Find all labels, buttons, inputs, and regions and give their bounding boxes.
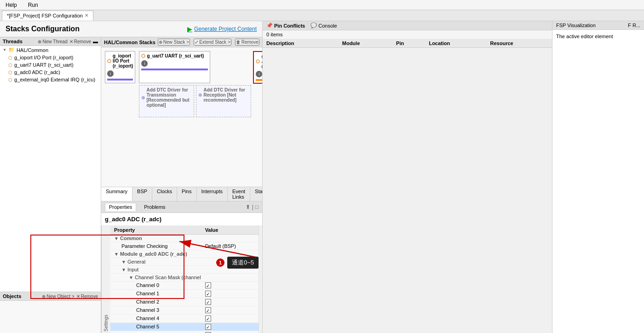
card-ioport-title: ⬡ g_ioport I/O Port(r_ioport) bbox=[107, 53, 133, 69]
generate-project-content-btn[interactable]: ▶ Generate Project Content bbox=[187, 25, 257, 33]
remove-object-btn[interactable]: ✕ Remove bbox=[76, 294, 98, 299]
objects-panel: Objects ⊕ New Object > ✕ Remove bbox=[0, 292, 101, 333]
tree-collapse-icon: ▼ bbox=[3, 48, 6, 52]
settings-row-6[interactable]: Channel 0 ✓ bbox=[110, 281, 259, 289]
collapse-threads-icon[interactable]: ▬ bbox=[93, 39, 98, 44]
tab-pins[interactable]: Pins bbox=[177, 187, 196, 201]
scrollbar[interactable] bbox=[259, 226, 262, 333]
remove-thread-btn[interactable]: ✕ Remove bbox=[69, 39, 91, 44]
objects-content bbox=[0, 301, 101, 333]
component-title: g_adc0 ADC (r_adc) bbox=[101, 213, 262, 226]
card-uart7[interactable]: ⬡ g_uart7 UART (r_sci_uart) i bbox=[139, 51, 210, 83]
menu-help[interactable]: Help bbox=[4, 1, 19, 9]
card-dtc-rx-icon: ⊕ bbox=[198, 92, 202, 98]
tab-bar: *[FSP_Project] FSP Configuration ✕ bbox=[0, 10, 644, 21]
settings-row-12[interactable]: Channel 6 bbox=[110, 331, 259, 333]
card-dtc-tx-title: ⊕ Add DTC Driver for Transmission [Recom… bbox=[141, 87, 192, 108]
hal-folder-icon: 📁 bbox=[8, 47, 15, 53]
props-actions: ⬆ | □ bbox=[246, 204, 259, 210]
tab-interrupts[interactable]: Interrupts bbox=[197, 187, 228, 201]
pin-console-header: 📌 Pin Conflicts 💬 Console bbox=[263, 21, 552, 30]
uart7-subcards: ⊕ Add DTC Driver for Transmission [Recom… bbox=[139, 85, 251, 117]
hal-stacks-actions: ⊕ New Stack > ⤢ Extend Stack > 🗑 Remove bbox=[158, 39, 259, 46]
card-ioport[interactable]: ⬡ g_ioport I/O Port(r_ioport) i bbox=[105, 51, 135, 83]
fsp-side-panel: FSP Visualization F R... The active edit… bbox=[552, 21, 644, 333]
col-resource: Resource bbox=[487, 39, 552, 48]
pin-conflicts-label: Pin Conflicts bbox=[274, 23, 305, 29]
tab-console[interactable]: 💬 Console bbox=[310, 23, 337, 29]
objects-panel-header: Objects ⊕ New Object > ✕ Remove bbox=[0, 292, 101, 301]
settings-row-10[interactable]: Channel 4 ✓ bbox=[110, 314, 259, 322]
console-label: Console bbox=[318, 23, 337, 29]
settings-row-0: ▼ Common bbox=[110, 234, 259, 242]
settings-table: Property Value ▼ CommonParameter Checkin… bbox=[110, 226, 259, 333]
extend-stack-btn[interactable]: ⤢ Extend Stack > bbox=[194, 39, 231, 46]
tab-clocks[interactable]: Clocks bbox=[152, 187, 177, 201]
thread-item-ioport[interactable]: ⬡ g_ioport I/O Port (r_ioport) bbox=[6, 54, 101, 61]
right-side: 📌 Pin Conflicts 💬 Console 0 items Descri… bbox=[262, 21, 552, 333]
pin-conflicts-icon: 📌 bbox=[266, 23, 273, 29]
settings-row-4: ▼ Input bbox=[110, 265, 259, 273]
card-dtc-tx[interactable]: ⊕ Add DTC Driver for Transmission [Recom… bbox=[139, 85, 194, 117]
props-maximize-btn[interactable]: □ bbox=[255, 204, 259, 210]
config-title: Stacks Configuration bbox=[6, 25, 80, 33]
card-ioport-bar bbox=[107, 79, 133, 80]
card-adc0[interactable]: ⬡ g_adc0 ADC (r_adc) i bbox=[253, 51, 262, 84]
objects-title: Objects bbox=[3, 293, 21, 299]
menu-run[interactable]: Run bbox=[26, 1, 40, 9]
settings-area: Settings Property Value bbox=[101, 226, 262, 333]
console-icon: 💬 bbox=[310, 23, 317, 29]
card-dtc-rx[interactable]: ⊕ Add DTC Driver for Reception [Not reco… bbox=[196, 85, 251, 117]
card-adc0-title: ⬡ g_adc0 ADC (r_adc) bbox=[256, 54, 262, 69]
thread-item-uart7[interactable]: ⬡ g_uart7 UART (r_sci_uart) bbox=[6, 61, 101, 69]
card-uart7-bar bbox=[141, 69, 208, 70]
props-tab-problems[interactable]: Problems bbox=[140, 203, 169, 211]
thread-hal-common-label: HAL/Common bbox=[17, 47, 48, 53]
col-module: Module bbox=[339, 39, 392, 48]
remove-stack-btn[interactable]: 🗑 Remove bbox=[235, 39, 259, 46]
menu-bar: Help Run bbox=[0, 0, 644, 10]
tab-summary[interactable]: Summary bbox=[101, 187, 132, 201]
objects-input[interactable] bbox=[0, 301, 101, 311]
settings-row-7[interactable]: Channel 1 ✓ bbox=[110, 289, 259, 298]
new-stack-btn[interactable]: ⊕ New Stack > bbox=[158, 39, 190, 46]
card-dtc-tx-icon: ⊕ bbox=[141, 95, 145, 100]
hal-stacks-panel: HAL/Common Stacks ⊕ New Stack > ⤢ Extend… bbox=[101, 37, 262, 333]
fsp-side-content: The active editor element bbox=[552, 30, 644, 43]
new-thread-btn[interactable]: ⊕ New Thread bbox=[38, 39, 67, 44]
hal-stacks-header: HAL/Common Stacks ⊕ New Stack > ⤢ Extend… bbox=[101, 37, 262, 47]
threads-panel: Threads ⊕ New Thread ✕ Remove ▬ bbox=[0, 37, 101, 333]
generate-label: Generate Project Content bbox=[194, 26, 257, 32]
tab-bsp[interactable]: BSP bbox=[132, 187, 152, 201]
new-object-btn[interactable]: ⊕ New Object > bbox=[42, 294, 74, 299]
card-adc0-icon: ⬡ bbox=[256, 59, 260, 64]
stack-cards-area: ⬡ g_ioport I/O Port(r_ioport) i ⬡ bbox=[101, 47, 262, 187]
threads-tree: ▼ 📁 HAL/Common ⬡ g_ioport I/O Port (r_io… bbox=[0, 46, 101, 292]
settings-row-11[interactable]: Channel 5 ✓ bbox=[110, 322, 259, 331]
tab-stacks[interactable]: Stacks bbox=[250, 187, 262, 201]
tab-close-icon[interactable]: ✕ bbox=[85, 13, 88, 18]
new-object-icon: ⊕ bbox=[42, 294, 46, 299]
new-stack-icon: ⊕ bbox=[159, 40, 162, 45]
tab-fsp-config[interactable]: *[FSP_Project] FSP Configuration ✕ bbox=[2, 11, 93, 21]
bottom-tabs: Summary BSP Clocks Pins Interrupts Event… bbox=[101, 187, 262, 201]
card-uart7-icon: ⬡ bbox=[141, 53, 145, 58]
thread-hal-common[interactable]: ▼ 📁 HAL/Common bbox=[0, 46, 101, 54]
card-adc0-bar bbox=[256, 79, 262, 81]
props-export-btn[interactable]: ⬆ bbox=[246, 204, 250, 210]
module-icon-adc0: ⬡ bbox=[8, 70, 12, 75]
props-tab-properties[interactable]: Properties bbox=[105, 203, 136, 211]
thread-item-irq0[interactable]: ⬡ g_external_irq0 External IRQ (r_icu) bbox=[6, 76, 101, 83]
tab-event-links[interactable]: Event Links bbox=[228, 187, 250, 201]
thread-item-adc0[interactable]: ⬡ g_adc0 ADC (r_adc) bbox=[6, 69, 101, 76]
card-uart7-info: i bbox=[141, 60, 148, 67]
col-location: Location bbox=[425, 39, 486, 48]
settings-row-8[interactable]: Channel 2 ✓ bbox=[110, 298, 259, 306]
props-filter-btn[interactable]: | bbox=[252, 204, 253, 210]
settings-row-9[interactable]: Channel 3 ✓ bbox=[110, 306, 259, 314]
tab-pin-conflicts[interactable]: 📌 Pin Conflicts bbox=[266, 23, 305, 29]
objects-actions: ⊕ New Object > ✕ Remove bbox=[42, 294, 98, 299]
settings-row-2: ▼ Module g_adc0 ADC (r_adc) bbox=[110, 250, 259, 258]
generate-icon: ▶ bbox=[187, 25, 192, 33]
fsp-side-description: The active editor element bbox=[556, 34, 613, 39]
